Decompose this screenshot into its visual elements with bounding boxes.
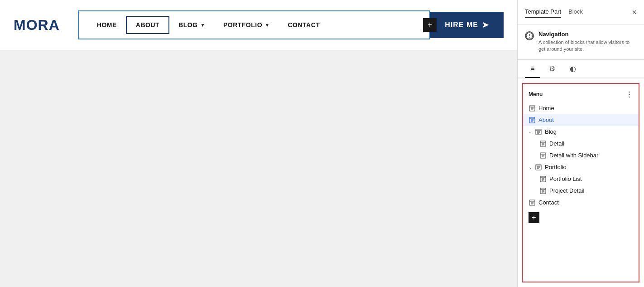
menu-tree: Menu ⋮ Home — [522, 83, 639, 282]
svg-rect-13 — [536, 129, 541, 135]
nav-item-portfolio[interactable]: PORTFOLIO ▼ — [214, 17, 279, 33]
detail-sidebar-page-icon — [539, 152, 547, 159]
svg-rect-43 — [529, 200, 535, 205]
menu-item-portfolio-label: Portfolio — [545, 164, 567, 170]
home-page-icon — [529, 105, 536, 112]
portfolio-list-page-icon — [539, 175, 547, 183]
nav-item-home[interactable]: HOME — [88, 17, 126, 33]
hire-me-arrow: ➤ — [482, 20, 489, 30]
nav-item-blog[interactable]: BLOG ▼ — [169, 17, 214, 33]
svg-rect-38 — [540, 188, 546, 194]
contact-page-icon — [529, 199, 536, 206]
svg-point-2 — [529, 37, 530, 38]
site-header: MORA HOME ABOUT BLOG ▼ PORTFOLIO ▼ CONTA… — [0, 0, 517, 50]
menu-item-detail-sidebar-label: Detail with Sidebar — [549, 152, 598, 159]
site-logo: MORA — [14, 17, 60, 34]
menu-item-blog-label: Blog — [545, 128, 557, 135]
hire-me-button[interactable]: HIRE ME ➤ — [430, 12, 504, 38]
menu-item-project-detail-label: Project Detail — [549, 187, 584, 194]
svg-rect-3 — [529, 106, 535, 111]
panel-header: Template Part Block × — [518, 0, 644, 24]
menu-title: Menu — [529, 91, 543, 97]
menu-item-detail[interactable]: Detail — [523, 138, 639, 150]
menu-tree-header: Menu ⋮ — [523, 88, 639, 102]
menu-item-detail-sidebar[interactable]: Detail with Sidebar — [523, 150, 639, 161]
navigation-bar: HOME ABOUT BLOG ▼ PORTFOLIO ▼ CONTACT + — [78, 10, 431, 39]
menu-item-detail-label: Detail — [549, 140, 564, 147]
navigation-description: Navigation A collection of blocks that a… — [538, 31, 637, 53]
menu-item-project-detail[interactable]: Project Detail — [523, 185, 639, 197]
tab-list-view[interactable]: ≡ — [525, 60, 540, 78]
nav-item-contact[interactable]: CONTACT — [279, 17, 329, 33]
blog-expand-chevron: ⌄ — [529, 129, 532, 134]
svg-rect-33 — [540, 176, 546, 182]
project-detail-page-icon — [539, 187, 547, 195]
menu-item-home-label: Home — [538, 105, 554, 112]
portfolio-dropdown-chevron: ▼ — [265, 23, 269, 28]
svg-rect-23 — [540, 153, 546, 158]
svg-rect-8 — [529, 117, 535, 123]
tab-block[interactable]: Block — [568, 6, 583, 18]
navigation-title: Navigation — [538, 31, 637, 38]
menu-item-contact-label: Contact — [538, 199, 559, 206]
navigation-info: Navigation A collection of blocks that a… — [518, 24, 644, 60]
menu-item-blog[interactable]: ⌄ Blog — [523, 126, 639, 138]
menu-item-portfolio-list[interactable]: Portfolio List — [523, 173, 639, 185]
tab-settings[interactable]: ⚙ — [543, 60, 561, 78]
portfolio-expand-chevron: ⌄ — [529, 165, 532, 170]
svg-rect-18 — [540, 141, 546, 146]
hire-me-label: HIRE ME — [445, 21, 478, 29]
menu-item-portfolio[interactable]: ⌄ Portfolio — [523, 161, 639, 173]
menu-item-contact[interactable]: Contact — [523, 197, 639, 209]
menu-item-about-label: About — [538, 117, 554, 123]
right-panel: Template Part Block × Navigation A colle… — [517, 0, 644, 287]
menu-more-options[interactable]: ⋮ — [626, 90, 633, 99]
menu-item-about[interactable]: About — [523, 114, 639, 126]
menu-item-home[interactable]: Home — [523, 102, 639, 114]
blog-page-icon — [535, 128, 542, 136]
add-block-icon: + — [529, 212, 539, 223]
tab-styles[interactable]: ◐ — [564, 60, 582, 78]
add-block-button[interactable]: + — [523, 209, 639, 227]
about-page-icon — [529, 117, 536, 124]
svg-rect-28 — [536, 165, 541, 170]
main-content-area: MORA HOME ABOUT BLOG ▼ PORTFOLIO ▼ CONTA… — [0, 0, 517, 287]
tab-template-part[interactable]: Template Part — [525, 6, 561, 18]
blog-dropdown-chevron: ▼ — [201, 23, 205, 28]
panel-close-button[interactable]: × — [632, 8, 637, 16]
menu-item-portfolio-list-label: Portfolio List — [549, 175, 582, 182]
navigation-subtitle: A collection of blocks that allow visito… — [538, 39, 637, 53]
navigation-icon — [525, 31, 534, 40]
nav-add-button[interactable]: + — [423, 18, 437, 32]
portfolio-page-icon — [535, 164, 542, 171]
detail-page-icon — [539, 140, 547, 147]
panel-tabs-row: ≡ ⚙ ◐ — [518, 60, 644, 78]
nav-item-about[interactable]: ABOUT — [126, 16, 169, 34]
